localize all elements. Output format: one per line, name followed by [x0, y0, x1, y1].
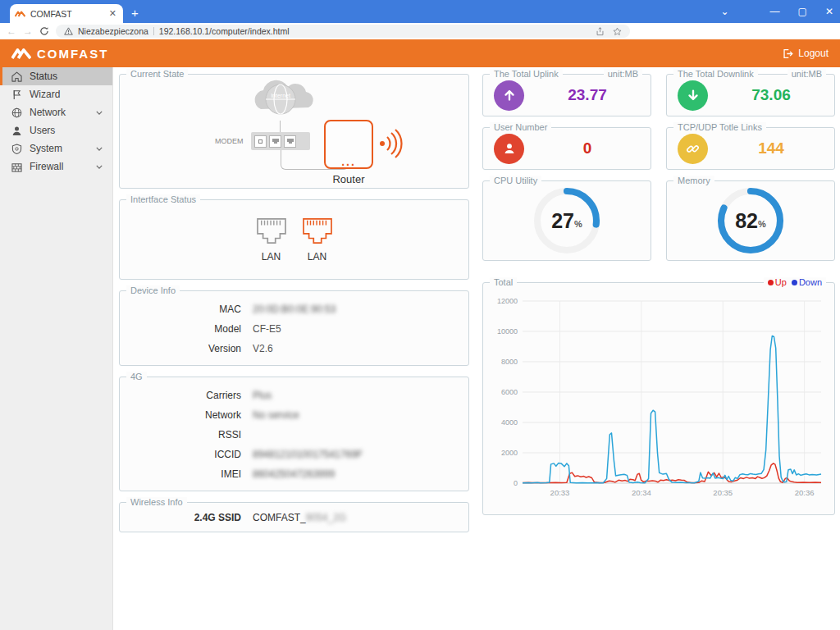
- browser-toolbar: ← → Niezabezpieczona 192.168.10.1/comput…: [0, 23, 840, 39]
- window-maximize-button[interactable]: ▢: [798, 7, 807, 16]
- panel-interface-status: Intertface Status LAN: [119, 199, 469, 280]
- card-unit: unit:MB: [788, 69, 826, 80]
- firewall-wall-icon: [11, 162, 22, 172]
- svg-text:20:35: 20:35: [713, 488, 733, 497]
- brand-name: COMFAST: [37, 47, 108, 61]
- port-label: LAN: [301, 251, 334, 262]
- browser-titlebar: COMFAST ✕ + ⌄ — ▢ ✕: [0, 0, 840, 23]
- sidebar-label: Status: [30, 71, 57, 82]
- cloud-modem-link: [280, 121, 281, 132]
- chart-legend: Up Down: [764, 277, 826, 288]
- bookmark-star-icon[interactable]: [613, 27, 622, 36]
- modem-label: MODEM: [215, 137, 244, 145]
- new-tab-button[interactable]: +: [131, 6, 139, 20]
- 4g-row-rssi: RSSI: [120, 425, 468, 445]
- card-total-downlink: The Total Downlink unit:MB 73.06: [666, 74, 835, 116]
- browser-tab[interactable]: COMFAST ✕: [10, 4, 123, 23]
- memory-percent: 82: [735, 209, 758, 233]
- logout-label: Logout: [798, 48, 829, 59]
- panel-title: Wireless Info: [126, 497, 187, 508]
- traffic-line-chart: 20:3320:3420:3520:3602000400060008000100…: [488, 293, 828, 504]
- card-title: The Total Uplink: [490, 69, 563, 80]
- user-icon: [494, 134, 524, 164]
- svg-text:8000: 8000: [501, 358, 518, 366]
- window-close-button[interactable]: ✕: [825, 7, 833, 16]
- tab-search-chevron-icon[interactable]: ⌄: [721, 7, 729, 16]
- panel-traffic-chart: Total Up Down 20:3320:3420:3520:36020004…: [482, 282, 835, 515]
- panel-title: Device Info: [126, 285, 180, 296]
- 4g-row-carriers: Carriers Plus: [120, 386, 468, 405]
- svg-text:20:33: 20:33: [550, 488, 570, 497]
- cpu-gauge: 27%: [530, 184, 604, 258]
- back-button[interactable]: ←: [7, 25, 16, 37]
- sidebar-item-firewall[interactable]: Firewall: [0, 158, 112, 176]
- legend-down-dot: [792, 280, 797, 285]
- user-number-value: 0: [524, 139, 651, 158]
- sidebar-item-users[interactable]: Users: [0, 121, 112, 139]
- 4g-row-imei: IMEI 860425047263999: [120, 464, 468, 484]
- link-icon: [678, 134, 708, 164]
- card-title: TCP/UDP Totle Links: [673, 122, 766, 133]
- lan-port-inactive: LAN: [255, 217, 288, 262]
- port-label: LAN: [255, 251, 288, 262]
- forward-button[interactable]: →: [23, 25, 33, 37]
- comfast-logo-icon: [11, 48, 31, 60]
- svg-text:6000: 6000: [501, 388, 518, 396]
- sidebar-label: Wizard: [30, 89, 60, 100]
- sidebar-item-wizard[interactable]: Wizard: [0, 85, 112, 103]
- logout-button[interactable]: Logout: [783, 48, 829, 59]
- address-separator: [153, 27, 154, 35]
- sidebar-item-status[interactable]: Status: [0, 67, 112, 85]
- tab-title: COMFAST: [30, 9, 103, 19]
- card-cpu-utility: CPU Utility 27%: [482, 180, 651, 261]
- device-row-mac: MAC 20:0D:B0:0E:90:53: [120, 299, 468, 319]
- network-diagram: Internet MODEM ...: [120, 75, 468, 188]
- tab-close-icon[interactable]: ✕: [107, 7, 118, 20]
- card-memory: Memory 82%: [666, 180, 835, 261]
- router-label: Router: [316, 173, 381, 185]
- uplink-arrow-icon: [494, 80, 524, 111]
- sidebar-item-network[interactable]: Network: [0, 103, 112, 121]
- sidebar: Status Wizard Network Users System Firew…: [0, 67, 113, 630]
- card-title: Memory: [673, 176, 714, 186]
- card-title: The Total Downlink: [673, 69, 758, 80]
- legend-up-dot: [768, 280, 774, 285]
- chevron-down-icon: [96, 165, 103, 169]
- svg-text:12000: 12000: [497, 297, 518, 305]
- legend-down: Down: [792, 277, 822, 288]
- lan-port-active: LAN: [301, 217, 334, 262]
- svg-text:20:34: 20:34: [632, 488, 651, 497]
- wifi-signal-icon: [379, 129, 405, 158]
- svg-text:4000: 4000: [501, 418, 518, 427]
- main-content: Current State Internet MODEM: [113, 67, 840, 630]
- user-icon: [11, 126, 22, 136]
- svg-text:2000: 2000: [501, 449, 518, 457]
- 4g-row-iccid: ICCID 8948121010017541769F: [120, 445, 468, 464]
- security-label: Niezabezpieczona: [78, 26, 148, 36]
- app-header: COMFAST Logout: [0, 39, 840, 67]
- card-total-uplink: The Total Uplink unit:MB 23.77: [482, 74, 651, 116]
- globe-icon: [11, 107, 22, 118]
- chevron-down-icon: [96, 111, 103, 115]
- svg-text:Internet: Internet: [271, 93, 290, 98]
- internet-cloud-icon: Internet: [244, 76, 317, 122]
- share-icon[interactable]: [596, 27, 605, 36]
- address-bar[interactable]: Niezabezpieczona 192.168.10.1/computer/i…: [56, 25, 630, 38]
- shield-icon: [11, 144, 22, 154]
- wizard-flag-icon: [11, 89, 22, 100]
- card-tcp-links: TCP/UDP Totle Links 144: [666, 127, 835, 170]
- reload-button[interactable]: [39, 26, 49, 36]
- sidebar-label: Network: [30, 107, 66, 118]
- window-minimize-button[interactable]: —: [770, 7, 780, 16]
- brand-logo: COMFAST: [11, 47, 108, 61]
- cpu-percent: 27: [551, 209, 574, 233]
- uplink-value: 23.77: [524, 86, 651, 104]
- wireless-row-ssid: 2.4G SSID COMFAST_9054_2G: [120, 508, 468, 527]
- device-row-model: Model CF-E5: [120, 319, 468, 339]
- panel-device-info: Device Info MAC 20:0D:B0:0E:90:53 Model …: [119, 290, 469, 366]
- panel-4g: 4G Carriers Plus Network No service RSSI: [119, 377, 469, 491]
- memory-gauge: 82%: [714, 184, 788, 258]
- legend-up: Up: [768, 277, 787, 288]
- sidebar-item-system[interactable]: System: [0, 139, 112, 158]
- panel-title: Intertface Status: [126, 194, 200, 205]
